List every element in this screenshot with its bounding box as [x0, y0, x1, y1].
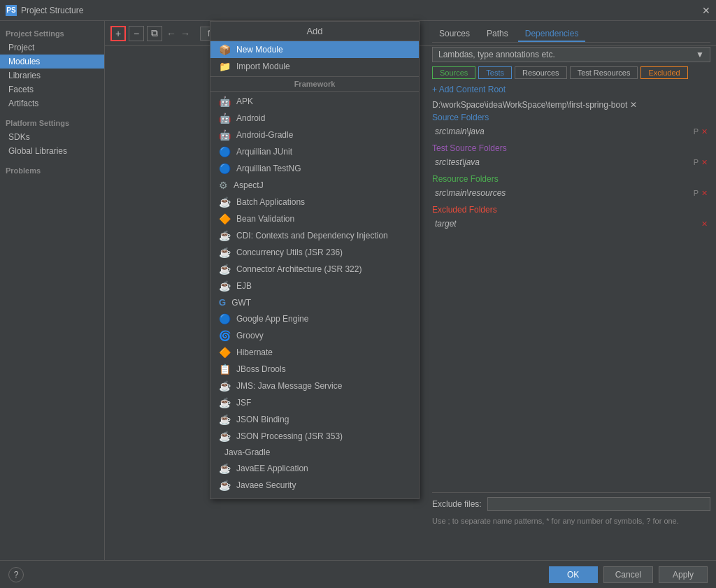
- resource-folder-x-action[interactable]: ✕: [701, 189, 708, 198]
- remove-button[interactable]: −: [129, 26, 144, 41]
- kotlin-icon: K: [219, 496, 226, 499]
- sidebar-item-libraries[interactable]: Libraries: [0, 69, 104, 83]
- new-module-icon: 📦: [219, 44, 231, 55]
- help-button[interactable]: ?: [8, 567, 24, 582]
- folder-tab-excluded[interactable]: Excluded: [640, 66, 687, 79]
- add-content-root-btn[interactable]: + Add Content Root: [432, 85, 710, 94]
- dropdown-item-jsf[interactable]: ☕ JSF: [210, 394, 419, 411]
- sidebar-item-facets[interactable]: Facets: [0, 83, 104, 96]
- gwt-icon: G: [219, 297, 226, 308]
- close-button[interactable]: ✕: [702, 5, 710, 16]
- sidebar-item-sdks[interactable]: SDKs: [0, 130, 104, 144]
- resource-folder-path: src\main\resources: [435, 188, 506, 198]
- folder-tabs: Sources Tests Resources Test Resources E…: [432, 66, 710, 79]
- dropdown-item-arquillian-testng[interactable]: 🔵 Arquillian TestNG: [210, 160, 419, 177]
- exclude-files-label: Exclude files:: [432, 499, 482, 509]
- tab-sources[interactable]: Sources: [432, 27, 477, 42]
- test-folder-x-action[interactable]: ✕: [701, 158, 708, 167]
- json-processing-icon: ☕: [219, 431, 231, 442]
- dropdown-item-jboss-drools[interactable]: 📋 JBoss Drools: [210, 361, 419, 378]
- nav-forward-button[interactable]: →: [179, 28, 192, 39]
- problems-label: Problems: [0, 164, 104, 178]
- dropdown-item-import-module[interactable]: 📁 Import Module: [210, 58, 419, 75]
- hibernate-icon: 🔶: [219, 347, 231, 358]
- excluded-folders-title: Excluded Folders: [432, 205, 710, 215]
- folder-tab-sources[interactable]: Sources: [432, 66, 475, 79]
- test-source-folder-path: src\test\java: [435, 157, 480, 167]
- jms-icon: ☕: [219, 380, 231, 392]
- concurrency-icon: ☕: [219, 247, 231, 258]
- sidebar-item-artifacts[interactable]: Artifacts: [0, 96, 104, 110]
- dropdown-item-aspectj[interactable]: ⚙ AspectJ: [210, 177, 419, 194]
- tab-paths[interactable]: Paths: [480, 27, 515, 42]
- folder-tab-tests[interactable]: Tests: [478, 66, 512, 79]
- javaee-app-icon: ☕: [219, 463, 231, 474]
- dropdown-item-batch-applications[interactable]: ☕ Batch Applications: [210, 194, 419, 210]
- dropdown-item-android[interactable]: 🤖 Android: [210, 110, 419, 127]
- sidebar: Project Settings Project Modules Librari…: [0, 21, 105, 560]
- content-root-path-display: D:\workSpace\ideaWorkSpace\temp\first-sp…: [432, 100, 710, 110]
- excluded-folder-x-action[interactable]: ✕: [701, 220, 708, 229]
- title-text: Project Structure: [21, 6, 83, 15]
- right-tabs: Sources Paths Dependencies: [432, 27, 710, 43]
- resource-folder-actions: P ✕: [694, 189, 708, 198]
- nav-back-button[interactable]: ←: [165, 28, 178, 39]
- ok-button[interactable]: OK: [549, 566, 598, 583]
- dropdown-item-bean-validation[interactable]: 🔶 Bean Validation: [210, 210, 419, 227]
- dropdown-item-kotlin[interactable]: K Kotlin: [210, 494, 419, 499]
- dropdown-item-hibernate[interactable]: 🔶 Hibernate: [210, 344, 419, 361]
- sidebar-item-modules[interactable]: Modules: [0, 55, 104, 69]
- dropdown-item-jms[interactable]: ☕ JMS: Java Message Service: [210, 378, 419, 394]
- cancel-button[interactable]: Cancel: [603, 566, 653, 583]
- resource-folders-section: Resource Folders src\main\resources P ✕: [432, 174, 710, 199]
- json-binding-icon: ☕: [219, 414, 231, 425]
- source-folder-actions: P ✕: [694, 127, 708, 136]
- tab-dependencies[interactable]: Dependencies: [518, 27, 586, 42]
- dropdown-item-javaee-security[interactable]: ☕ Javaee Security: [210, 477, 419, 494]
- sidebar-item-global-libraries[interactable]: Global Libraries: [0, 144, 104, 158]
- dropdown-item-ejb[interactable]: ☕ EJB: [210, 278, 419, 294]
- add-button[interactable]: +: [110, 26, 126, 41]
- dropdown-item-javaee-app[interactable]: ☕ JavaEE Application: [210, 460, 419, 477]
- source-folder-x-action[interactable]: ✕: [701, 127, 708, 136]
- sidebar-item-project[interactable]: Project: [0, 41, 104, 55]
- folder-tab-test-resources[interactable]: Test Resources: [570, 66, 638, 79]
- dropdown-item-apk[interactable]: 🤖 APK: [210, 93, 419, 110]
- dropdown-item-concurrency[interactable]: ☕ Concurrency Utils (JSR 236): [210, 244, 419, 261]
- resource-folder-p-action[interactable]: P: [694, 189, 699, 198]
- dropdown-item-groovy[interactable]: 🌀 Groovy: [210, 327, 419, 344]
- excluded-folder-actions: ✕: [701, 220, 708, 229]
- exclude-files-row: Exclude files:: [432, 492, 710, 515]
- arquillian-junit-icon: 🔵: [219, 146, 231, 157]
- dropdown-item-new-module[interactable]: 📦 New Module: [210, 41, 419, 58]
- dropdown-item-android-gradle[interactable]: 🤖 Android-Gradle: [210, 127, 419, 143]
- apk-icon: 🤖: [219, 96, 231, 107]
- add-dropdown: Add 📦 New Module 📁 Import Module Framewo…: [210, 21, 420, 499]
- dropdown-item-gwt[interactable]: G GWT: [210, 294, 419, 310]
- connector-icon: ☕: [219, 264, 231, 275]
- source-folders-title: Source Folders: [432, 113, 710, 122]
- copy-button[interactable]: ⧉: [147, 26, 162, 41]
- dropdown-item-json-binding[interactable]: ☕ JSON Binding: [210, 411, 419, 428]
- sdk-selector[interactable]: Lambdas, type annotations etc. ▼: [432, 47, 710, 62]
- test-source-folders-title: Test Source Folders: [432, 143, 710, 153]
- source-folder-p-action[interactable]: P: [694, 127, 699, 136]
- dropdown-item-connector[interactable]: ☕ Connector Architecture (JSR 322): [210, 261, 419, 278]
- jboss-icon: 📋: [219, 364, 231, 375]
- apply-button[interactable]: Apply: [659, 566, 708, 583]
- title-bar-left: PS Project Structure: [6, 5, 83, 16]
- exclude-files-input[interactable]: [487, 497, 710, 511]
- dropdown-item-json-processing[interactable]: ☕ JSON Processing (JSR 353): [210, 428, 419, 445]
- content-root-close[interactable]: ✕: [630, 100, 637, 110]
- test-source-folder-actions: P ✕: [694, 158, 708, 167]
- content-area: + − ⧉ ← → first-spring-boot Add 📦 New Mo…: [105, 21, 716, 560]
- excluded-folder-row: target ✕: [432, 217, 710, 230]
- dropdown-item-java-gradle[interactable]: Java-Gradle: [210, 445, 419, 460]
- dropdown-item-cdi[interactable]: ☕ CDI: Contexts and Dependency Injection: [210, 227, 419, 244]
- sdk-dropdown-arrow: ▼: [696, 50, 704, 59]
- folder-tab-resources[interactable]: Resources: [515, 66, 567, 79]
- dropdown-item-google-app-engine[interactable]: 🔵 Google App Engine: [210, 310, 419, 327]
- bean-validation-icon: 🔶: [219, 213, 231, 224]
- dropdown-item-arquillian-junit[interactable]: 🔵 Arquillian JUnit: [210, 143, 419, 160]
- test-folder-p-action[interactable]: P: [694, 158, 699, 167]
